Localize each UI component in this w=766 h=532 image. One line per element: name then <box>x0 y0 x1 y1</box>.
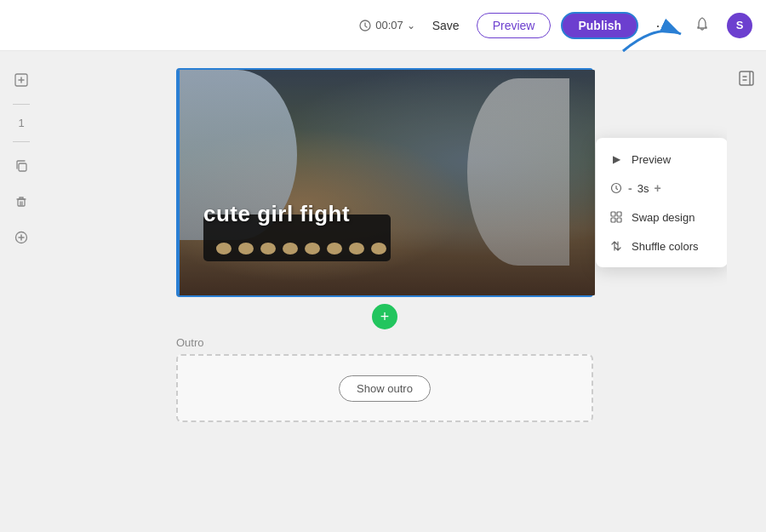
copy-slide-button[interactable] <box>9 154 33 178</box>
right-panel <box>727 51 766 532</box>
svg-rect-11 <box>740 72 753 85</box>
outro-card: Show outro <box>176 354 593 422</box>
svg-rect-4 <box>18 199 25 206</box>
shuffle-colors-label: Shuffle colors <box>632 240 699 253</box>
video-card[interactable]: cute girl fight ▶ Preview <box>176 68 593 297</box>
show-outro-button[interactable]: Show outro <box>339 375 431 402</box>
duration-decrease-button[interactable]: - <box>628 181 632 195</box>
duration-increase-button[interactable]: + <box>654 181 660 195</box>
add-scene-button[interactable] <box>9 68 33 92</box>
svg-rect-8 <box>617 212 621 216</box>
user-avatar-button[interactable]: S <box>727 13 752 38</box>
shuffle-icon <box>609 239 623 253</box>
swap-design-icon <box>609 210 623 224</box>
notifications-button[interactable] <box>688 13 717 38</box>
outro-section: Outro Show outro <box>176 336 593 422</box>
slide-accent-border <box>178 70 180 295</box>
svg-rect-10 <box>617 218 621 222</box>
more-options-button[interactable]: ⋯ <box>649 13 677 38</box>
add-element-button[interactable] <box>9 226 33 249</box>
time-value: 00:07 <box>375 19 403 31</box>
add-slide-icon: + <box>380 309 390 324</box>
canvas-area: cute girl fight ▶ Preview <box>43 51 727 532</box>
context-preview-button[interactable]: ▶ Preview <box>596 145 727 174</box>
panel-toggle-button[interactable] <box>733 65 760 92</box>
video-thumbnail: cute girl fight <box>178 70 595 295</box>
sidebar-divider <box>13 104 30 105</box>
preview-button[interactable]: Preview <box>477 13 552 38</box>
clock-icon <box>358 19 372 32</box>
save-button[interactable]: Save <box>426 14 466 37</box>
outro-label: Outro <box>176 336 593 349</box>
time-chevron-icon[interactable] <box>407 19 415 31</box>
slide-number: 1 <box>18 117 24 129</box>
play-icon: ▶ <box>609 152 623 166</box>
swap-design-button[interactable]: Swap design <box>596 203 727 232</box>
sidebar-divider-2 <box>13 141 30 142</box>
context-preview-label: Preview <box>632 153 671 166</box>
duration-value: 3s <box>637 182 649 195</box>
main-content: 1 <box>0 51 766 532</box>
shuffle-colors-button[interactable]: Shuffle colors <box>596 232 727 260</box>
svg-rect-7 <box>611 212 615 216</box>
left-sidebar: 1 <box>0 51 43 532</box>
video-overlay-text: cute girl fight <box>203 201 350 227</box>
duration-row: - 3s + <box>596 174 727 203</box>
svg-rect-3 <box>19 163 26 171</box>
publish-button[interactable]: Publish <box>561 12 638 39</box>
swap-design-label: Swap design <box>632 211 695 224</box>
time-display: 00:07 <box>358 19 415 32</box>
context-menu: ▶ Preview - 3s + <box>596 138 727 267</box>
add-slide-button[interactable]: + <box>372 304 397 329</box>
svg-rect-9 <box>611 218 615 222</box>
duration-clock-icon <box>609 181 623 195</box>
delete-slide-button[interactable] <box>9 190 33 214</box>
topbar: 00:07 Save Preview Publish ⋯ S <box>0 0 766 51</box>
